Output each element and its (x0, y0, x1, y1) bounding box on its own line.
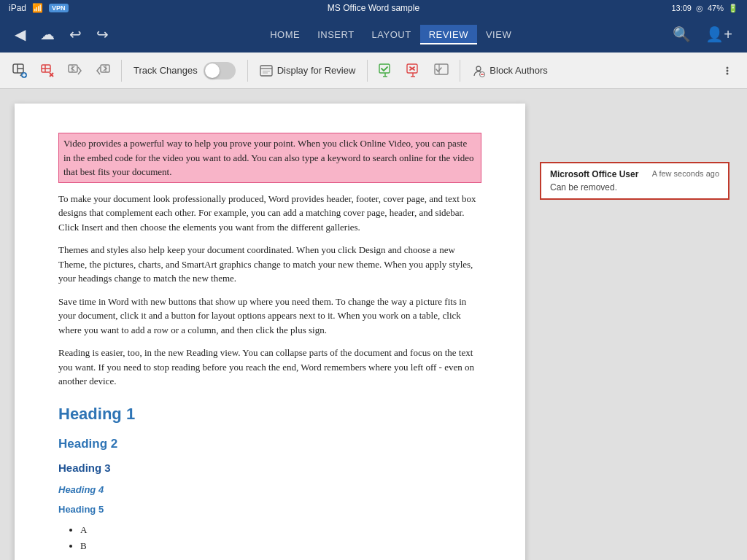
accept-button[interactable] (374, 60, 398, 82)
heading-1: Heading 1 (58, 402, 481, 426)
svg-rect-12 (69, 65, 77, 72)
vpn-badge: VPN (49, 4, 69, 12)
svg-point-34 (727, 69, 729, 71)
display-for-review-button[interactable]: Display for Review (254, 61, 362, 80)
svg-rect-14 (101, 65, 109, 72)
heading-3: Heading 3 (58, 460, 481, 477)
track-changes-area: Track Changes (128, 62, 241, 79)
redo-button[interactable]: ↪ (93, 23, 112, 46)
nav-left-controls: ◀ ☁ ↩ ↪ (12, 23, 112, 46)
comment-area: Microsoft Office User A few seconds ago … (540, 104, 729, 545)
status-bar-left: iPad 📶 VPN (9, 3, 69, 13)
paragraph-4: Reading is easier, too, in the new Readi… (58, 346, 481, 389)
list-item: B (80, 539, 481, 553)
paragraph-1: To make your document look professionall… (58, 192, 481, 235)
add-comment-button[interactable] (7, 60, 32, 82)
doc-title: MS Office Word sample (328, 3, 419, 13)
nav-tabs: HOME INSERT LAYOUT REVIEW VIEW (117, 25, 664, 44)
tab-home[interactable]: HOME (261, 25, 309, 44)
tab-layout[interactable]: LAYOUT (363, 25, 420, 44)
cloud-button[interactable]: ☁ (37, 23, 58, 46)
document-page: Video provides a powerful way to help yo… (15, 104, 525, 560)
track-changes-label: Track Changes (133, 65, 198, 76)
battery-label: 47% (708, 4, 724, 12)
tab-insert[interactable]: INSERT (309, 25, 363, 44)
toolbar-right (715, 60, 740, 82)
list-item: A (80, 523, 481, 537)
wifi-icon: 📶 (32, 3, 43, 13)
comment-text: Can be removed. (550, 182, 719, 192)
svg-point-33 (727, 66, 729, 69)
comment-time: A few seconds ago (652, 169, 719, 178)
person-button[interactable]: 👤+ (703, 23, 735, 46)
svg-point-30 (476, 66, 481, 71)
status-bar-right: 13:09 ◎ 47% 🔋 (671, 4, 738, 13)
location-icon: ◎ (696, 4, 703, 13)
tab-view[interactable]: VIEW (477, 25, 520, 44)
nav-bar: ◀ ☁ ↩ ↪ HOME INSERT LAYOUT REVIEW VIEW 🔍… (0, 16, 747, 52)
display-for-review-label: Display for Review (277, 65, 356, 76)
doc-area: Video provides a powerful way to help yo… (0, 89, 747, 560)
comment-box: Microsoft Office User A few seconds ago … (540, 162, 729, 200)
accept-all-button[interactable] (429, 60, 454, 82)
comment-header: Microsoft Office User A few seconds ago (550, 169, 719, 179)
separator-2 (247, 60, 248, 82)
search-button[interactable]: 🔍 (670, 23, 694, 46)
list-item: C (80, 556, 481, 561)
bullet-list: A B C D E (80, 523, 481, 561)
comment-author: Microsoft Office User (550, 169, 638, 179)
highlighted-paragraph: Video provides a powerful way to help yo… (58, 133, 481, 183)
clock: 13:09 (671, 4, 692, 12)
status-bar: iPad 📶 VPN MS Office Word sample 13:09 ◎… (0, 0, 747, 16)
toolbar: Track Changes Display for Review (0, 52, 747, 89)
paragraph-2: Themes and styles also help keep your do… (58, 243, 481, 286)
nav-right-controls: 🔍 👤+ (670, 23, 735, 46)
separator-4 (460, 60, 460, 82)
delete-comment-button[interactable] (35, 60, 60, 82)
highlighted-text: Video provides a powerful way to help yo… (63, 138, 473, 177)
more-button[interactable] (715, 60, 740, 82)
separator-1 (121, 60, 122, 82)
heading-4: Heading 4 (58, 483, 481, 497)
undo-button[interactable]: ↩ (66, 23, 85, 46)
battery-icon: 🔋 (728, 4, 738, 13)
track-changes-toggle[interactable] (204, 62, 236, 79)
heading-2: Heading 2 (58, 435, 481, 454)
paragraph-3: Save time in Word with new buttons that … (58, 295, 481, 338)
next-comment-button[interactable] (90, 60, 115, 82)
svg-point-35 (727, 72, 729, 74)
heading-5: Heading 5 (58, 502, 481, 517)
device-label: iPad (9, 3, 26, 13)
block-authors-button[interactable]: Block Authors (466, 61, 554, 80)
block-authors-label: Block Authors (489, 65, 548, 76)
separator-3 (367, 60, 368, 82)
reject-button[interactable] (401, 60, 426, 82)
back-button[interactable]: ◀ (12, 23, 28, 46)
tab-review[interactable]: REVIEW (420, 25, 477, 44)
prev-comment-button[interactable] (63, 60, 88, 82)
